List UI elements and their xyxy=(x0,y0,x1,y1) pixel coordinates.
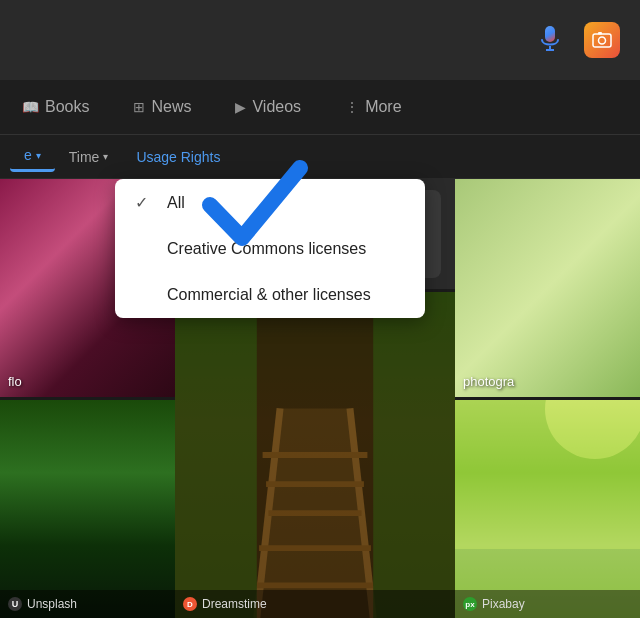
pixabay-dot: px xyxy=(463,597,477,611)
tab-news[interactable]: ⊞ News xyxy=(111,80,213,134)
top-bar xyxy=(0,0,640,80)
nav-tabs: 📖 Books ⊞ News ▶ Videos ⋮ More xyxy=(0,80,640,135)
dreamstime-strip: D Dreamstime xyxy=(175,590,455,618)
tab-more[interactable]: ⋮ More xyxy=(323,80,423,134)
dropdown-item-commercial[interactable]: Commercial & other licenses xyxy=(115,272,425,318)
videos-icon: ▶ xyxy=(235,99,246,115)
more-icon: ⋮ xyxy=(345,99,359,115)
meadow-tile: px Pixabay xyxy=(455,400,640,618)
forest-tile: U Unsplash xyxy=(0,400,175,618)
tab-videos[interactable]: ▶ Videos xyxy=(213,80,323,134)
usage-rights-dropdown: ✓ All Creative Commons licenses Commerci… xyxy=(115,179,425,318)
svg-rect-6 xyxy=(598,32,602,35)
tab-books[interactable]: 📖 Books xyxy=(0,80,111,134)
dreamstime-dot: D xyxy=(183,597,197,611)
books-icon: 📖 xyxy=(22,99,39,115)
bridge-tile: D Dreamstime xyxy=(175,292,455,618)
dropdown-item-all[interactable]: ✓ All xyxy=(115,179,425,226)
unsplash-strip: U Unsplash xyxy=(0,590,175,618)
unsplash-dot: U xyxy=(8,597,22,611)
check-all-icon: ✓ xyxy=(135,193,155,212)
mic-button[interactable] xyxy=(532,20,568,60)
svg-rect-4 xyxy=(593,34,611,47)
filter-time[interactable]: Time ▾ xyxy=(55,143,123,171)
butterfly-tile: photogra xyxy=(455,179,640,397)
svg-point-5 xyxy=(599,37,606,44)
right-column: photogra px Pixabay xyxy=(455,179,640,618)
type-arrow-icon: ▾ xyxy=(36,150,41,161)
filter-bar: e ▾ Time ▾ Usage Rights xyxy=(0,135,640,179)
filter-type[interactable]: e ▾ xyxy=(10,141,55,172)
dropdown-item-creative-commons[interactable]: Creative Commons licenses xyxy=(115,226,425,272)
news-icon: ⊞ xyxy=(133,99,145,115)
time-arrow-icon: ▾ xyxy=(103,151,108,162)
filter-usage-rights[interactable]: Usage Rights xyxy=(122,143,234,171)
pixabay-strip: px Pixabay xyxy=(455,590,640,618)
svg-rect-17 xyxy=(373,292,455,618)
svg-rect-1 xyxy=(545,26,555,42)
svg-rect-16 xyxy=(175,292,257,618)
camera-search-button[interactable] xyxy=(584,22,620,58)
photo-label: photogra xyxy=(463,374,514,389)
flower-label: flo xyxy=(8,374,22,389)
